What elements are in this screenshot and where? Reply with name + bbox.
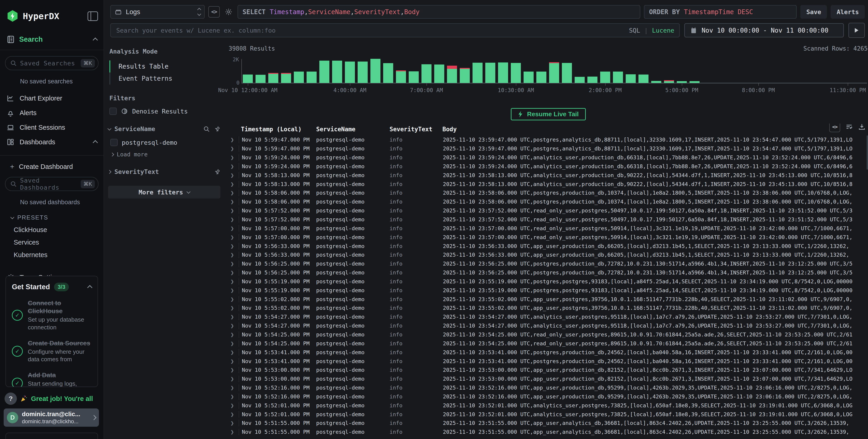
row-expand-icon[interactable]: ❯	[228, 145, 239, 152]
table-row[interactable]: ❯Nov 10 5:54:27.000 PMpostgresql-demoinf…	[228, 313, 868, 321]
events-histogram[interactable]: 2K 0 Nov 10 12:00:00 AM4:00:00 AM7:00:00…	[229, 58, 868, 96]
filter-option-postgresql-demo[interactable]: postgresql-demo	[110, 139, 220, 146]
table-row[interactable]: ❯Nov 10 5:53:41.000 PMpostgresql-demoinf…	[228, 348, 868, 357]
histogram-bar[interactable]	[562, 63, 572, 83]
pin-icon[interactable]	[214, 168, 220, 175]
user-menu[interactable]: D dominic.tran@clic... dominic.tran@clic…	[4, 408, 99, 427]
histogram-bar[interactable]	[613, 71, 623, 83]
help-button[interactable]: ?	[5, 393, 17, 405]
saved-dashboards-input[interactable]: Saved Dashboards ⌘K	[5, 177, 98, 191]
checkbox[interactable]	[110, 139, 118, 146]
preset-clickhouse[interactable]: ClickHouse	[0, 221, 103, 233]
row-expand-icon[interactable]: ❯	[228, 349, 239, 356]
histogram-bar[interactable]	[370, 59, 380, 83]
table-row[interactable]: ❯Nov 10 5:52:01.000 PMpostgresql-demoinf…	[228, 410, 868, 419]
histogram-bar[interactable]	[600, 71, 610, 83]
scrollbar[interactable]	[867, 135, 868, 169]
language-sql-toggle[interactable]: SQL	[629, 27, 640, 34]
resume-live-tail-button[interactable]: Resume Live Tail	[511, 108, 586, 120]
histogram-bar[interactable]	[626, 74, 636, 83]
table-row[interactable]: ❯Nov 10 5:57:52.000 PMpostgresql-demoinf…	[228, 215, 868, 224]
row-expand-icon[interactable]: ❯	[228, 411, 239, 418]
table-row[interactable]: ❯Nov 10 5:55:19.000 PMpostgresql-demoinf…	[228, 277, 868, 286]
get-started-item[interactable]: ✓ Create Data Sources Configure where yo…	[12, 339, 92, 364]
histogram-bar[interactable]	[485, 63, 495, 83]
get-started-item[interactable]: ✓ Connect to ClickHouse Set up your data…	[12, 299, 92, 332]
column-header-timestamp[interactable]: Timestamp (Local)	[239, 126, 314, 133]
histogram-bar[interactable]	[447, 66, 457, 83]
row-expand-icon[interactable]: ❯	[228, 207, 239, 214]
row-expand-icon[interactable]: ❯	[228, 136, 239, 143]
row-expand-icon[interactable]: ❯	[228, 393, 239, 400]
histogram-bar[interactable]	[358, 62, 368, 83]
row-expand-icon[interactable]: ❯	[228, 198, 239, 205]
row-expand-icon[interactable]: ❯	[228, 375, 239, 382]
row-expand-icon[interactable]: ❯	[228, 322, 239, 329]
row-expand-icon[interactable]: ❯	[228, 260, 239, 267]
get-started-item[interactable]: ✓ Add Data Start sending logs, metrics, …	[12, 371, 92, 387]
mode-event-patterns[interactable]: Event Patterns	[110, 72, 220, 85]
histogram-bar[interactable]	[281, 73, 291, 83]
row-expand-icon[interactable]: ❯	[228, 331, 239, 338]
histogram-bar[interactable]	[255, 75, 266, 83]
row-expand-icon[interactable]: ❯	[228, 181, 239, 188]
code-mode-button[interactable]: <>	[208, 6, 220, 18]
histogram-bar[interactable]	[587, 76, 597, 83]
histogram-bar[interactable]	[409, 71, 419, 83]
row-expand-icon[interactable]: ❯	[228, 429, 239, 435]
histogram-bar[interactable]	[460, 68, 470, 83]
order-by-input[interactable]: ORDER BY TimestampTime DESC	[644, 5, 797, 19]
row-expand-icon[interactable]: ❯	[228, 278, 239, 285]
sidebar-item-chart-explorer[interactable]: Chart Explorer	[0, 91, 103, 105]
histogram-bar[interactable]	[524, 71, 534, 83]
table-row[interactable]: ❯Nov 10 5:56:25.000 PMpostgresql-demoinf…	[228, 268, 868, 277]
load-more-button[interactable]: Load more	[111, 151, 220, 158]
table-row[interactable]: ❯Nov 10 5:59:24.000 PMpostgresql-demoinf…	[228, 162, 868, 171]
table-row[interactable]: ❯Nov 10 5:55:02.000 PMpostgresql-demoinf…	[228, 295, 868, 304]
table-row[interactable]: ❯Nov 10 5:56:33.000 PMpostgresql-demoinf…	[228, 242, 868, 251]
table-row[interactable]: ❯Nov 10 5:51:55.000 PMpostgresql-demoinf…	[228, 419, 868, 428]
histogram-bar[interactable]	[243, 74, 253, 83]
preset-kubernetes[interactable]: Kubernetes	[0, 246, 103, 259]
table-row[interactable]: ❯Nov 10 5:56:25.000 PMpostgresql-demoinf…	[228, 259, 868, 268]
table-row[interactable]: ❯Nov 10 5:59:24.000 PMpostgresql-demoinf…	[228, 153, 868, 162]
chevron-up-icon[interactable]	[93, 38, 98, 43]
histogram-bar[interactable]	[396, 70, 406, 83]
table-row[interactable]: ❯Nov 10 5:57:52.000 PMpostgresql-demoinf…	[228, 206, 868, 215]
column-header-body[interactable]: Body	[440, 126, 868, 133]
pin-icon[interactable]	[214, 126, 220, 132]
row-expand-icon[interactable]: ❯	[228, 243, 239, 250]
row-expand-icon[interactable]: ❯	[228, 269, 239, 276]
row-expand-icon[interactable]: ❯	[228, 419, 239, 427]
presets-toggle[interactable]: PRESETS	[0, 206, 103, 221]
table-row[interactable]: ❯Nov 10 5:53:00.000 PMpostgresql-demoinf…	[228, 375, 868, 383]
preset-services[interactable]: Services	[0, 233, 103, 246]
histogram-bar[interactable]	[383, 63, 393, 83]
row-expand-icon[interactable]: ❯	[228, 313, 239, 320]
date-range-picker[interactable]: Nov 10 00:00:00 - Nov 11 00:00:00	[684, 23, 844, 37]
alerts-button[interactable]: Alerts	[831, 5, 865, 19]
sidebar-item-dashboards[interactable]: Dashboards	[0, 135, 103, 149]
table-row[interactable]: ❯Nov 10 5:58:06.000 PMpostgresql-demoinf…	[228, 197, 868, 206]
table-row[interactable]: ❯Nov 10 5:58:06.000 PMpostgresql-demoinf…	[228, 188, 868, 197]
row-expand-icon[interactable]: ❯	[228, 358, 239, 365]
row-expand-icon[interactable]: ❯	[228, 251, 239, 258]
sidebar-item-alerts[interactable]: Alerts	[0, 105, 103, 120]
table-row[interactable]: ❯Nov 10 5:57:00.000 PMpostgresql-demoinf…	[228, 224, 868, 233]
save-button[interactable]: Save	[800, 5, 827, 19]
table-row[interactable]: ❯Nov 10 5:54:27.000 PMpostgresql-demoinf…	[228, 321, 868, 330]
table-row[interactable]: ❯Nov 10 5:58:13.000 PMpostgresql-demoinf…	[228, 180, 868, 188]
row-expand-icon[interactable]: ❯	[228, 402, 239, 409]
histogram-bar[interactable]	[536, 71, 547, 83]
chevron-up-icon[interactable]	[93, 140, 98, 146]
row-expand-icon[interactable]: ❯	[228, 234, 239, 241]
sidebar-item-client-sessions[interactable]: Client Sessions	[0, 120, 103, 135]
event-search-box[interactable]: SQL | Lucene	[110, 23, 680, 37]
saved-searches-input[interactable]: Saved Searches ⌘K	[5, 56, 98, 70]
histogram-bar[interactable]	[294, 71, 304, 83]
language-lucene-toggle[interactable]: Lucene	[652, 27, 674, 34]
histogram-bar[interactable]	[575, 77, 585, 83]
live-tail-button[interactable]	[848, 23, 865, 38]
sidebar-item-search[interactable]: Search	[0, 23, 103, 44]
histogram-bar[interactable]	[332, 61, 342, 83]
